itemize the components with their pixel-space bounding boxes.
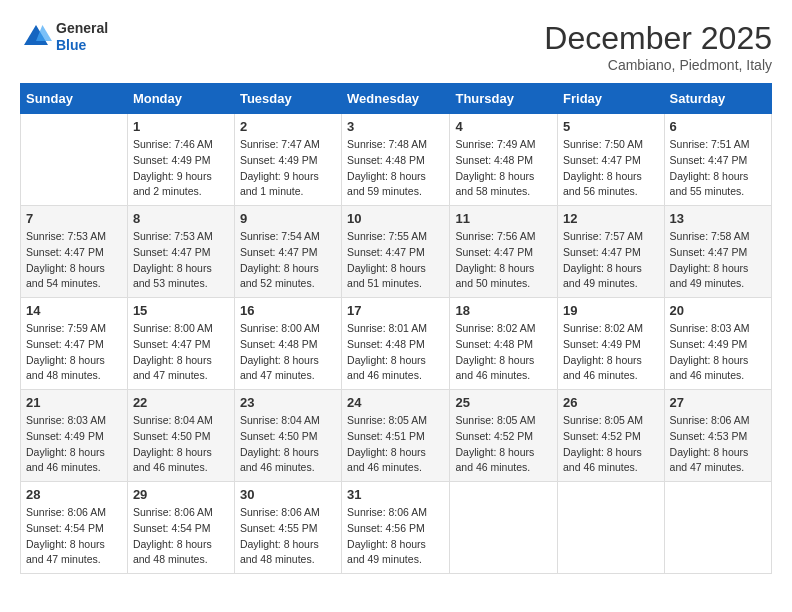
calendar-cell — [664, 482, 771, 574]
calendar-cell: 24Sunrise: 8:05 AMSunset: 4:51 PMDayligh… — [342, 390, 450, 482]
logo-text: General Blue — [56, 20, 108, 54]
calendar-cell: 21Sunrise: 8:03 AMSunset: 4:49 PMDayligh… — [21, 390, 128, 482]
day-info: Sunrise: 8:05 AMSunset: 4:51 PMDaylight:… — [347, 413, 444, 476]
calendar-body: 1Sunrise: 7:46 AMSunset: 4:49 PMDaylight… — [21, 114, 772, 574]
day-number: 6 — [670, 119, 766, 134]
day-number: 3 — [347, 119, 444, 134]
day-number: 13 — [670, 211, 766, 226]
logo-general: General — [56, 20, 108, 37]
calendar-header: SundayMondayTuesdayWednesdayThursdayFrid… — [21, 84, 772, 114]
day-info: Sunrise: 7:46 AMSunset: 4:49 PMDaylight:… — [133, 137, 229, 200]
day-number: 11 — [455, 211, 552, 226]
logo: General Blue — [20, 20, 108, 54]
calendar-cell: 14Sunrise: 7:59 AMSunset: 4:47 PMDayligh… — [21, 298, 128, 390]
calendar-cell: 28Sunrise: 8:06 AMSunset: 4:54 PMDayligh… — [21, 482, 128, 574]
day-info: Sunrise: 8:06 AMSunset: 4:54 PMDaylight:… — [133, 505, 229, 568]
calendar-cell — [21, 114, 128, 206]
calendar-cell: 1Sunrise: 7:46 AMSunset: 4:49 PMDaylight… — [127, 114, 234, 206]
day-info: Sunrise: 8:06 AMSunset: 4:55 PMDaylight:… — [240, 505, 336, 568]
day-number: 20 — [670, 303, 766, 318]
calendar-cell: 15Sunrise: 8:00 AMSunset: 4:47 PMDayligh… — [127, 298, 234, 390]
day-info: Sunrise: 8:00 AMSunset: 4:47 PMDaylight:… — [133, 321, 229, 384]
day-info: Sunrise: 8:04 AMSunset: 4:50 PMDaylight:… — [240, 413, 336, 476]
day-info: Sunrise: 8:06 AMSunset: 4:53 PMDaylight:… — [670, 413, 766, 476]
calendar-cell: 3Sunrise: 7:48 AMSunset: 4:48 PMDaylight… — [342, 114, 450, 206]
logo-icon — [20, 21, 52, 53]
day-info: Sunrise: 7:48 AMSunset: 4:48 PMDaylight:… — [347, 137, 444, 200]
calendar-cell: 8Sunrise: 7:53 AMSunset: 4:47 PMDaylight… — [127, 206, 234, 298]
day-number: 21 — [26, 395, 122, 410]
day-number: 19 — [563, 303, 659, 318]
calendar-cell — [558, 482, 665, 574]
day-number: 8 — [133, 211, 229, 226]
day-number: 28 — [26, 487, 122, 502]
calendar-cell: 5Sunrise: 7:50 AMSunset: 4:47 PMDaylight… — [558, 114, 665, 206]
calendar-cell: 16Sunrise: 8:00 AMSunset: 4:48 PMDayligh… — [234, 298, 341, 390]
week-row-0: 1Sunrise: 7:46 AMSunset: 4:49 PMDaylight… — [21, 114, 772, 206]
day-info: Sunrise: 7:54 AMSunset: 4:47 PMDaylight:… — [240, 229, 336, 292]
calendar-cell: 9Sunrise: 7:54 AMSunset: 4:47 PMDaylight… — [234, 206, 341, 298]
day-info: Sunrise: 7:56 AMSunset: 4:47 PMDaylight:… — [455, 229, 552, 292]
day-info: Sunrise: 8:02 AMSunset: 4:49 PMDaylight:… — [563, 321, 659, 384]
calendar-cell: 18Sunrise: 8:02 AMSunset: 4:48 PMDayligh… — [450, 298, 558, 390]
week-row-2: 14Sunrise: 7:59 AMSunset: 4:47 PMDayligh… — [21, 298, 772, 390]
calendar-cell — [450, 482, 558, 574]
day-number: 15 — [133, 303, 229, 318]
day-info: Sunrise: 8:06 AMSunset: 4:56 PMDaylight:… — [347, 505, 444, 568]
day-number: 14 — [26, 303, 122, 318]
calendar-cell: 7Sunrise: 7:53 AMSunset: 4:47 PMDaylight… — [21, 206, 128, 298]
day-number: 16 — [240, 303, 336, 318]
day-info: Sunrise: 8:03 AMSunset: 4:49 PMDaylight:… — [26, 413, 122, 476]
calendar-cell: 11Sunrise: 7:56 AMSunset: 4:47 PMDayligh… — [450, 206, 558, 298]
day-info: Sunrise: 8:05 AMSunset: 4:52 PMDaylight:… — [455, 413, 552, 476]
calendar-table: SundayMondayTuesdayWednesdayThursdayFrid… — [20, 83, 772, 574]
header-day-thursday: Thursday — [450, 84, 558, 114]
day-number: 9 — [240, 211, 336, 226]
day-info: Sunrise: 7:57 AMSunset: 4:47 PMDaylight:… — [563, 229, 659, 292]
calendar-cell: 12Sunrise: 7:57 AMSunset: 4:47 PMDayligh… — [558, 206, 665, 298]
day-number: 23 — [240, 395, 336, 410]
calendar-cell: 23Sunrise: 8:04 AMSunset: 4:50 PMDayligh… — [234, 390, 341, 482]
day-info: Sunrise: 7:53 AMSunset: 4:47 PMDaylight:… — [26, 229, 122, 292]
calendar-cell: 20Sunrise: 8:03 AMSunset: 4:49 PMDayligh… — [664, 298, 771, 390]
day-number: 24 — [347, 395, 444, 410]
calendar-cell: 27Sunrise: 8:06 AMSunset: 4:53 PMDayligh… — [664, 390, 771, 482]
day-info: Sunrise: 7:53 AMSunset: 4:47 PMDaylight:… — [133, 229, 229, 292]
calendar-cell: 2Sunrise: 7:47 AMSunset: 4:49 PMDaylight… — [234, 114, 341, 206]
day-info: Sunrise: 8:06 AMSunset: 4:54 PMDaylight:… — [26, 505, 122, 568]
header-day-monday: Monday — [127, 84, 234, 114]
day-number: 27 — [670, 395, 766, 410]
day-number: 25 — [455, 395, 552, 410]
week-row-4: 28Sunrise: 8:06 AMSunset: 4:54 PMDayligh… — [21, 482, 772, 574]
day-info: Sunrise: 7:58 AMSunset: 4:47 PMDaylight:… — [670, 229, 766, 292]
day-info: Sunrise: 7:55 AMSunset: 4:47 PMDaylight:… — [347, 229, 444, 292]
day-info: Sunrise: 8:05 AMSunset: 4:52 PMDaylight:… — [563, 413, 659, 476]
day-info: Sunrise: 8:03 AMSunset: 4:49 PMDaylight:… — [670, 321, 766, 384]
day-info: Sunrise: 8:04 AMSunset: 4:50 PMDaylight:… — [133, 413, 229, 476]
header-row: SundayMondayTuesdayWednesdayThursdayFrid… — [21, 84, 772, 114]
day-info: Sunrise: 7:51 AMSunset: 4:47 PMDaylight:… — [670, 137, 766, 200]
day-info: Sunrise: 7:50 AMSunset: 4:47 PMDaylight:… — [563, 137, 659, 200]
day-info: Sunrise: 8:01 AMSunset: 4:48 PMDaylight:… — [347, 321, 444, 384]
header-day-saturday: Saturday — [664, 84, 771, 114]
month-title: December 2025 — [544, 20, 772, 57]
day-number: 18 — [455, 303, 552, 318]
calendar-cell: 6Sunrise: 7:51 AMSunset: 4:47 PMDaylight… — [664, 114, 771, 206]
calendar-cell: 25Sunrise: 8:05 AMSunset: 4:52 PMDayligh… — [450, 390, 558, 482]
day-number: 10 — [347, 211, 444, 226]
calendar-cell: 31Sunrise: 8:06 AMSunset: 4:56 PMDayligh… — [342, 482, 450, 574]
header-day-friday: Friday — [558, 84, 665, 114]
calendar-cell: 26Sunrise: 8:05 AMSunset: 4:52 PMDayligh… — [558, 390, 665, 482]
day-number: 17 — [347, 303, 444, 318]
logo-blue: Blue — [56, 37, 108, 54]
day-number: 29 — [133, 487, 229, 502]
day-number: 1 — [133, 119, 229, 134]
location: Cambiano, Piedmont, Italy — [544, 57, 772, 73]
day-info: Sunrise: 7:47 AMSunset: 4:49 PMDaylight:… — [240, 137, 336, 200]
calendar-cell: 10Sunrise: 7:55 AMSunset: 4:47 PMDayligh… — [342, 206, 450, 298]
header-day-sunday: Sunday — [21, 84, 128, 114]
calendar-cell: 19Sunrise: 8:02 AMSunset: 4:49 PMDayligh… — [558, 298, 665, 390]
calendar-cell: 17Sunrise: 8:01 AMSunset: 4:48 PMDayligh… — [342, 298, 450, 390]
day-number: 30 — [240, 487, 336, 502]
day-info: Sunrise: 8:02 AMSunset: 4:48 PMDaylight:… — [455, 321, 552, 384]
